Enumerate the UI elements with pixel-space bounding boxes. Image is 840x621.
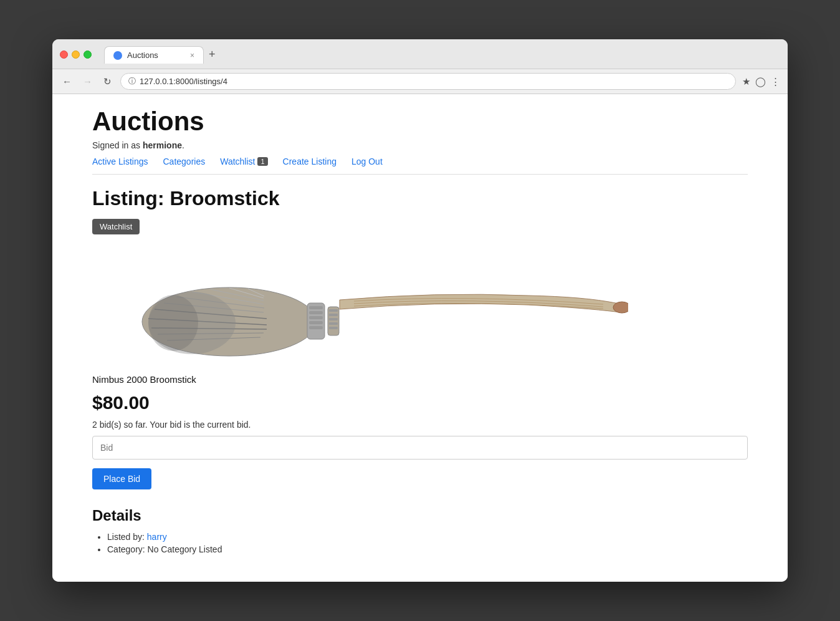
url-text: 127.0.0.1:8000/listings/4 <box>140 77 227 86</box>
bookmark-icon[interactable]: ★ <box>742 76 750 87</box>
nav-create-listing[interactable]: Create Listing <box>283 156 336 166</box>
watchlist-badge: 1 <box>257 157 267 166</box>
category-item: Category: No Category Listed <box>107 544 748 554</box>
svg-rect-17 <box>309 316 323 319</box>
tab-close-button[interactable]: × <box>190 51 194 60</box>
svg-point-13 <box>148 295 198 351</box>
tabs-bar: Auctions × + <box>104 46 221 64</box>
item-description: Nimbus 2000 Broomstick <box>92 374 748 385</box>
listed-by-item: Listed by: harry <box>107 532 748 542</box>
nav-categories[interactable]: Categories <box>163 156 205 166</box>
svg-rect-25 <box>329 327 338 329</box>
place-bid-button[interactable]: Place Bid <box>92 468 151 489</box>
bid-input[interactable] <box>92 436 748 460</box>
minimize-dot[interactable] <box>72 51 80 59</box>
svg-rect-21 <box>329 309 338 312</box>
menu-icon[interactable]: ⋮ <box>771 76 780 87</box>
bid-status: 2 bid(s) so far. Your bid is the current… <box>92 420 748 430</box>
tab-title: Auctions <box>127 51 158 60</box>
svg-rect-18 <box>309 321 323 324</box>
svg-rect-16 <box>309 311 323 314</box>
main-nav: Active Listings Categories Watchlist 1 C… <box>92 156 748 175</box>
forward-button[interactable]: → <box>80 75 95 88</box>
address-bar-actions: ★ ◯ ⋮ <box>742 76 780 87</box>
details-title: Details <box>92 507 748 524</box>
title-bar: Auctions × + <box>52 39 788 69</box>
details-list: Listed by: harry Category: No Category L… <box>92 532 748 554</box>
listing-title: Listing: Broomstick <box>92 187 748 210</box>
svg-rect-23 <box>329 318 338 320</box>
listed-by-user-link[interactable]: harry <box>147 532 167 542</box>
signed-in-prefix: Signed in as <box>92 140 143 150</box>
nav-logout[interactable]: Log Out <box>351 156 383 166</box>
profile-icon[interactable]: ◯ <box>755 76 766 87</box>
svg-rect-15 <box>309 306 323 309</box>
watchlist-button[interactable]: Watchlist <box>92 219 140 234</box>
signed-in-period: . <box>182 140 184 150</box>
active-tab[interactable]: Auctions × <box>104 46 204 64</box>
svg-rect-22 <box>329 314 338 316</box>
signed-in-text: Signed in as hermione. <box>92 140 748 150</box>
nav-watchlist[interactable]: Watchlist 1 <box>220 156 267 166</box>
close-dot[interactable] <box>60 51 68 59</box>
nav-active-listings[interactable]: Active Listings <box>92 156 148 166</box>
new-tab-button[interactable]: + <box>204 46 221 64</box>
reload-button[interactable]: ↻ <box>101 75 114 89</box>
site-title: Auctions <box>92 107 748 137</box>
address-bar: ← → ↻ ⓘ 127.0.0.1:8000/listings/4 ★ ◯ ⋮ <box>52 69 788 94</box>
maximize-dot[interactable] <box>84 51 92 59</box>
listed-by-label: Listed by: <box>107 532 147 542</box>
signed-in-username: hermione <box>143 140 182 150</box>
item-price: $80.00 <box>92 392 748 413</box>
svg-rect-24 <box>329 322 338 325</box>
url-bar[interactable]: ⓘ 127.0.0.1:8000/listings/4 <box>120 73 736 90</box>
tab-favicon <box>113 51 122 60</box>
broomstick-image <box>92 247 628 359</box>
svg-point-26 <box>613 302 628 313</box>
browser-window: Auctions × + ← → ↻ ⓘ 127.0.0.1:8000/list… <box>52 39 788 582</box>
page-content: Auctions Signed in as hermione. Active L… <box>52 94 788 582</box>
svg-rect-19 <box>309 326 323 329</box>
item-image-container <box>92 247 748 359</box>
lock-icon: ⓘ <box>128 76 136 87</box>
back-button[interactable]: ← <box>60 75 74 88</box>
window-controls <box>60 51 92 59</box>
